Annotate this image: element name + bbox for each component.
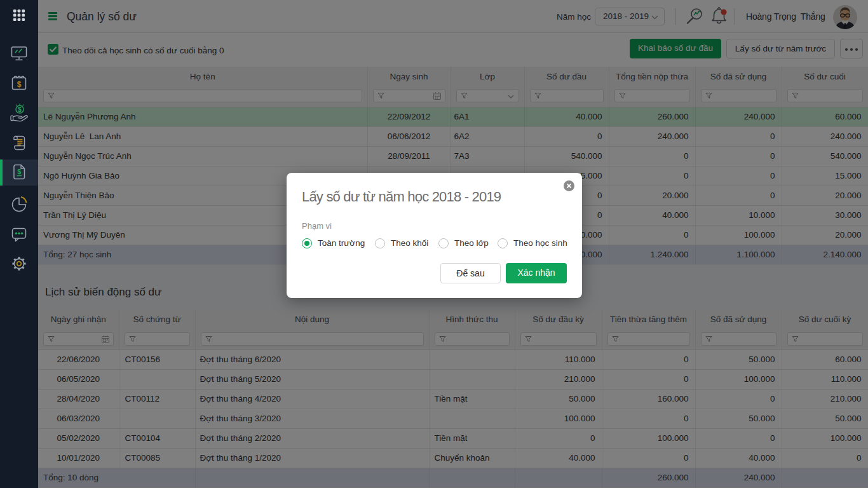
svg-text:$: $ — [17, 80, 22, 89]
svg-text:$: $ — [17, 168, 21, 175]
svg-text:$: $ — [18, 105, 22, 113]
